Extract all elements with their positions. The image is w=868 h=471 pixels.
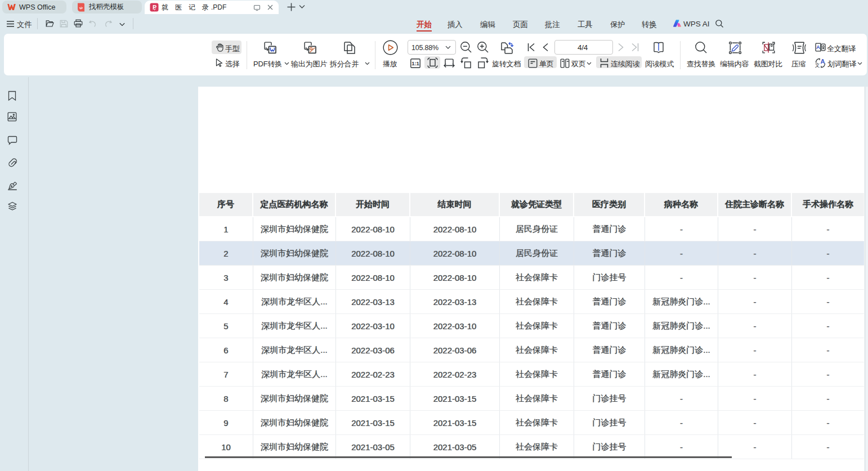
svg-text:1:1: 1:1 [411, 60, 419, 66]
svg-text:文: 文 [815, 62, 820, 68]
svg-text:A: A [816, 44, 820, 50]
svg-text:A: A [821, 58, 825, 65]
